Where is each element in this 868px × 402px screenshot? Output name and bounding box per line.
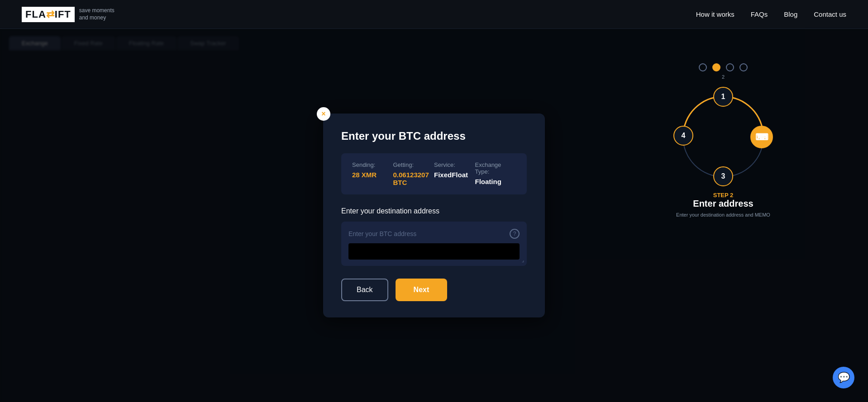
address-input-row: Enter your BTC address ?: [348, 229, 520, 239]
step-node-3: 3: [713, 166, 733, 186]
step-node-4: 4: [673, 126, 693, 146]
summary-getting: Getting: 0.06123207 BTC: [393, 161, 434, 186]
nav-how-it-works[interactable]: How it works: [696, 10, 734, 18]
modal-title: Enter your BTC address: [341, 130, 527, 142]
next-button[interactable]: Next: [396, 279, 448, 301]
logo: FLA⇄IFT: [22, 7, 75, 22]
step-dot-label: 2: [722, 74, 725, 80]
getting-label: Getting:: [393, 161, 434, 168]
summary-box: Sending: 28 XMR Getting: 0.06123207 BTC …: [341, 153, 527, 194]
button-row: Back Next: [341, 279, 527, 301]
logo-tagline: save moments and money: [79, 7, 114, 21]
service-value: FixedFloat: [434, 171, 475, 179]
logo-area: FLA⇄IFT save moments and money: [22, 7, 114, 22]
close-button[interactable]: ×: [317, 107, 330, 121]
step-desc: Enter your destination address and MEMO: [676, 212, 770, 218]
address-box: Enter your BTC address ? ⌟: [341, 222, 527, 266]
step-label: STEP 2: [713, 192, 734, 199]
nav-faqs[interactable]: FAQs: [751, 10, 768, 18]
back-button[interactable]: Back: [341, 279, 388, 301]
step-node-keyboard: ⌨: [750, 126, 773, 148]
exchange-type-value: Floating: [475, 178, 516, 185]
sending-value: 28 XMR: [352, 171, 393, 179]
nav-contact[interactable]: Contact us: [814, 10, 846, 18]
step-dot-1: [699, 63, 707, 71]
summary-sending: Sending: 28 XMR: [352, 161, 393, 186]
step-dot-2: [712, 63, 720, 71]
step-dot-4: [739, 63, 748, 71]
service-label: Service:: [434, 161, 475, 168]
logo-accent: ⇄: [46, 9, 55, 20]
address-textarea[interactable]: [348, 243, 520, 260]
step-diagram: 2 1 ⌨ 3 4 STEP 2 Enter address Enter you…: [669, 63, 777, 218]
sending-label: Sending:: [352, 161, 393, 168]
resize-handle: ⌟: [522, 257, 524, 263]
destination-section-title: Enter your destination address: [341, 207, 527, 215]
step-node-1: 1: [713, 87, 733, 107]
modal: × Enter your BTC address Sending: 28 XMR…: [323, 114, 545, 317]
step-dot-3: [726, 63, 734, 71]
getting-value: 0.06123207 BTC: [393, 171, 434, 186]
summary-exchange-type: Exchange Type: Floating: [475, 161, 516, 186]
circle-diagram: 1 ⌨ 3 4: [673, 87, 773, 186]
address-placeholder-text: Enter your BTC address: [348, 230, 510, 237]
main-nav: How it works FAQs Blog Contact us: [696, 10, 846, 19]
nav-blog[interactable]: Blog: [784, 10, 797, 18]
summary-service: Service: FixedFloat: [434, 161, 475, 186]
step-dots: [699, 63, 748, 71]
help-icon[interactable]: ?: [510, 229, 520, 239]
step-title: Enter address: [693, 199, 753, 209]
chat-button[interactable]: 💬: [833, 367, 854, 388]
exchange-type-label: Exchange Type:: [475, 161, 516, 175]
header: FLA⇄IFT save moments and money How it wo…: [0, 0, 868, 29]
